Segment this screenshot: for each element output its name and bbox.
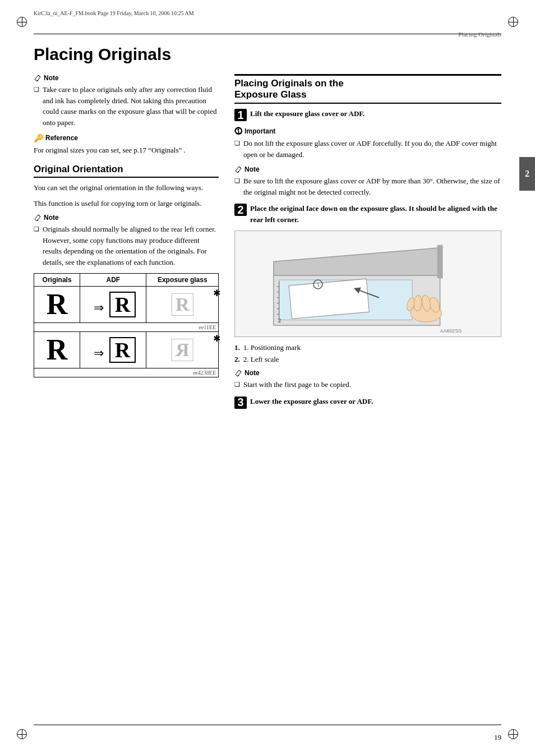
star-mark-1: ✱ bbox=[213, 288, 220, 298]
corner-mark-br bbox=[508, 729, 518, 739]
corner-mark-tl bbox=[17, 17, 27, 27]
positioning-list: 1. 1. Positioning mark 2. 2. Left scale bbox=[234, 343, 501, 365]
important-icon: ⓵ bbox=[234, 127, 242, 136]
note-pencil-icon-2 bbox=[34, 214, 41, 222]
note-4-item-1: Start with the first page to be copied. bbox=[234, 379, 501, 390]
note-3-item-1: Be sure to lift the exposure glass cover… bbox=[234, 176, 501, 197]
reference-key-icon: 🔑 bbox=[34, 133, 43, 142]
section-heading-orientation: Original Orientation bbox=[34, 164, 219, 178]
header-filename: KirC3a_oi_AE-F_FM.book Page 19 Friday, M… bbox=[34, 10, 194, 16]
svg-rect-5 bbox=[289, 279, 369, 319]
note-2-items: Originals should normally be aligned to … bbox=[34, 224, 219, 268]
svg-point-0 bbox=[37, 80, 38, 81]
footer-rule bbox=[34, 725, 501, 725]
note-block-2: Note Originals should normally be aligne… bbox=[34, 214, 219, 268]
note-block-3: Note Be sure to lift the exposure glass … bbox=[234, 165, 501, 197]
scanner-svg: 1 2 bbox=[235, 231, 501, 336]
corner-mark-bl bbox=[17, 729, 27, 739]
positioning-item-1: 1. 1. Positioning mark bbox=[234, 343, 501, 353]
left-column: Note Take care to place originals only a… bbox=[34, 74, 219, 722]
note-label-2: Note bbox=[34, 214, 219, 222]
table-header-originals: Originals bbox=[34, 274, 80, 287]
table-header-exposure: Exposure glass bbox=[146, 274, 219, 287]
svg-point-2 bbox=[238, 172, 239, 173]
note-1-item-1: Take care to place originals only after … bbox=[34, 84, 219, 128]
arrow-icon-1: ⇒ bbox=[94, 301, 104, 315]
svg-text:2: 2 bbox=[278, 317, 281, 324]
svg-text:1: 1 bbox=[317, 282, 320, 288]
orientation-para-2: This function is useful for copying torn… bbox=[34, 198, 219, 209]
letter-r-exposure-1: R bbox=[172, 293, 193, 316]
arrow-icon-2: ⇒ bbox=[94, 346, 104, 361]
letter-r-exposure-2: R bbox=[172, 339, 193, 361]
chapter-tab: 2 bbox=[519, 157, 535, 191]
orientation-para-1: You can set the original orientation in … bbox=[34, 182, 219, 193]
table-row-2: R ⇒ R ✱ R bbox=[34, 332, 219, 368]
svg-point-25 bbox=[238, 375, 239, 376]
table-image-code-2: ee4238EE bbox=[34, 368, 219, 377]
table-header-adf: ADF bbox=[80, 274, 146, 287]
important-1-item-1: Do not lift the exposure glass cover or … bbox=[234, 138, 501, 160]
columns: Note Take care to place originals only a… bbox=[34, 74, 501, 722]
note-label-3: Note bbox=[234, 165, 501, 173]
table-row-1: R ⇒ R ✱ R bbox=[34, 287, 219, 323]
important-1-items: Do not lift the exposure glass cover or … bbox=[234, 138, 501, 160]
header-section-title: Placing Originals bbox=[458, 31, 501, 38]
page-title: Placing Originals bbox=[34, 45, 501, 64]
step-number-3: 3 bbox=[234, 397, 247, 409]
step-1: 1 Lift the exposure glass cover or ADF. bbox=[234, 108, 501, 121]
letter-r-adf-2: R bbox=[109, 337, 136, 363]
step-2: 2 Place the original face down on the ex… bbox=[234, 203, 501, 225]
corner-mark-tr bbox=[508, 17, 518, 27]
svg-text:AA602SS: AA602SS bbox=[440, 328, 462, 334]
step-2-text: Place the original face down on the expo… bbox=[250, 203, 501, 225]
star-mark-2: ✱ bbox=[213, 333, 220, 344]
step-3: 3 Lower the exposure glass cover or ADF. bbox=[234, 396, 501, 409]
positioning-item-2: 2. 2. Left scale bbox=[234, 354, 501, 365]
step-1-text: Lift the exposure glass cover or ADF. bbox=[250, 108, 501, 119]
header-rule bbox=[34, 34, 501, 34]
note-2-item-1: Originals should normally be aligned to … bbox=[34, 224, 219, 268]
step-number-1: 1 bbox=[234, 109, 247, 121]
table-cell-adf-2: ⇒ R bbox=[80, 332, 146, 368]
table-cell-exposure-2: ✱ R bbox=[146, 332, 219, 368]
table-cell-adf-1: ⇒ R bbox=[80, 287, 146, 323]
page-header: KirC3a_oi_AE-F_FM.book Page 19 Friday, M… bbox=[34, 10, 501, 16]
table-cell-orig-2: R bbox=[34, 332, 80, 368]
step-3-text: Lower the exposure glass cover or ADF. bbox=[250, 396, 501, 407]
note-label-4: Note bbox=[234, 369, 501, 377]
right-column: Placing Originals on the Exposure Glass … bbox=[234, 74, 501, 722]
letter-r-original-1: R bbox=[47, 290, 68, 319]
table-cell-exposure-1: ✱ R bbox=[146, 287, 219, 323]
note-block-1: Note Take care to place originals only a… bbox=[34, 74, 219, 128]
note-pencil-icon bbox=[34, 74, 41, 82]
orientation-table: Originals ADF Exposure glass R ⇒ R bbox=[34, 273, 219, 377]
scanner-image: 1 2 bbox=[234, 231, 501, 337]
page-number: 19 bbox=[494, 733, 501, 742]
reference-label: 🔑 Reference bbox=[34, 133, 219, 142]
svg-rect-7 bbox=[437, 245, 443, 278]
svg-marker-6 bbox=[274, 248, 440, 275]
note-3-items: Be sure to lift the exposure glass cover… bbox=[234, 176, 501, 197]
note-pencil-icon-4 bbox=[234, 369, 242, 377]
reference-block: 🔑 Reference For original sizes you can s… bbox=[34, 133, 219, 156]
important-label-1: ⓵ Important bbox=[234, 127, 501, 136]
note-label-1: Note bbox=[34, 74, 219, 82]
note-1-items: Take care to place originals only after … bbox=[34, 84, 219, 128]
section-heading-exposure: Placing Originals on the Exposure Glass bbox=[234, 74, 501, 104]
note-4-items: Start with the first page to be copied. bbox=[234, 379, 501, 390]
important-block-1: ⓵ Important Do not lift the exposure gla… bbox=[234, 127, 501, 160]
step-number-2: 2 bbox=[234, 204, 247, 216]
note-pencil-icon-3 bbox=[234, 165, 242, 173]
reference-text: For original sizes you can set, see p.17… bbox=[34, 145, 219, 156]
letter-r-adf-1: R bbox=[109, 292, 136, 317]
main-content: Placing Originals Note Take car bbox=[34, 39, 501, 722]
table-cell-orig-1: R bbox=[34, 287, 80, 323]
page-footer: 19 bbox=[34, 733, 501, 742]
letter-r-original-2: R bbox=[47, 335, 68, 365]
svg-point-1 bbox=[37, 220, 38, 221]
note-block-4: Note Start with the first page to be cop… bbox=[234, 369, 501, 390]
table-image-code-1: ee11EE bbox=[34, 323, 219, 332]
